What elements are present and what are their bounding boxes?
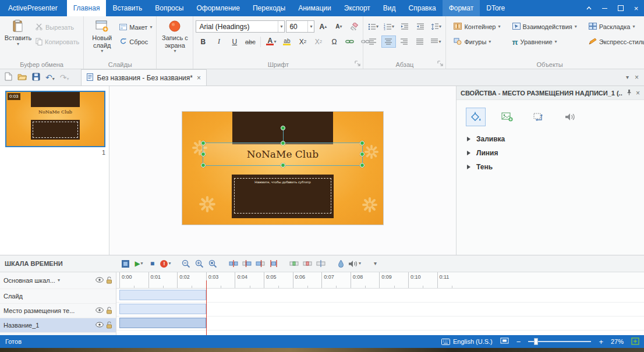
input-language-indicator[interactable]: English (U.S.): [441, 338, 493, 345]
new-document-icon[interactable]: [5, 72, 12, 83]
tab-audio[interactable]: [560, 108, 580, 126]
close-button[interactable]: ×: [628, 0, 644, 16]
zoom-slider[interactable]: [528, 337, 591, 346]
audio-fade-icon[interactable]: [335, 257, 347, 270]
increase-indent-button[interactable]: [413, 20, 427, 33]
eye-icon[interactable]: [95, 307, 104, 314]
symbol-button[interactable]: Ω: [327, 35, 341, 48]
section-line[interactable]: Линия: [457, 146, 644, 160]
crop-start-icon[interactable]: [240, 257, 253, 270]
decrease-indent-button[interactable]: [397, 20, 412, 33]
layout-button[interactable]: Макет ▾: [118, 22, 154, 33]
menu-tab[interactable]: Экспорт: [338, 0, 377, 16]
zoom-fit-icon[interactable]: [207, 257, 219, 270]
align-left-button[interactable]: [366, 35, 380, 48]
superscript-button[interactable]: X2: [295, 35, 310, 48]
hyperlink-button[interactable]: [342, 35, 357, 48]
save-icon[interactable]: [32, 73, 40, 83]
resize-handle-ne[interactable]: [360, 141, 365, 145]
lock-icon[interactable]: [106, 276, 112, 285]
equation-button[interactable]: π Уравнение ▾: [511, 37, 579, 47]
justify-button[interactable]: [413, 35, 427, 48]
font-dialog-launcher-icon[interactable]: [355, 61, 361, 67]
slide-duration-bar[interactable]: [119, 290, 206, 300]
undo-button[interactable]: ↶▾: [45, 73, 55, 82]
placeholder-duration-bar[interactable]: [119, 304, 206, 314]
tab-image[interactable]: [497, 108, 517, 126]
bullets-button[interactable]: ▾: [366, 20, 380, 33]
panel-close-icon[interactable]: ×: [635, 73, 639, 81]
zoom-slider-thumb[interactable]: [534, 338, 538, 345]
menu-tab[interactable]: DTore: [480, 0, 511, 16]
resize-handle-nw[interactable]: [201, 141, 206, 145]
stop-button[interactable]: ■: [146, 257, 158, 270]
resize-handle-sw[interactable]: [201, 163, 206, 168]
resize-handle-se[interactable]: [360, 163, 365, 168]
collapse-ribbon-icon[interactable]: [581, 0, 597, 16]
record-narration-button[interactable]: ! ▾: [160, 257, 172, 270]
track-label-placeholder[interactable]: Место размещения те...: [0, 304, 116, 318]
freeze-frame-icon[interactable]: [314, 257, 327, 270]
resize-handle-s[interactable]: [281, 163, 285, 168]
layout-objects-button[interactable]: Раскладка ▾: [587, 22, 644, 32]
track-title[interactable]: [116, 317, 644, 330]
font-family-select[interactable]: Arial (Headings) ▾: [196, 20, 285, 33]
resize-handle-n[interactable]: [281, 141, 285, 145]
title-textbox-selected[interactable]: NoNaMe Club: [203, 143, 363, 166]
menu-tab[interactable]: Формат: [443, 0, 480, 16]
open-document-icon[interactable]: [17, 73, 27, 82]
font-size-select[interactable]: 60 ▾: [286, 20, 314, 33]
highlight-color-button[interactable]: ab: [279, 35, 294, 48]
menu-tab[interactable]: Справка: [402, 0, 443, 16]
track-label-slide[interactable]: Слайд: [0, 289, 116, 304]
zoom-in-icon[interactable]: [193, 257, 206, 270]
fullscreen-fit-icon[interactable]: [631, 337, 639, 346]
align-center-button[interactable]: [381, 35, 396, 48]
document-tab[interactable]: Без названия - Без названия* ×: [81, 69, 207, 86]
tab-style-fill[interactable]: [466, 108, 486, 126]
subtitle-placeholder[interactable]: Нажмите, чтобы добавить субтитр: [234, 178, 331, 214]
slide[interactable]: Нажмите, чтобы добавить субтитр NoNaMe C…: [182, 112, 383, 225]
redo-button[interactable]: ↷▾: [60, 73, 69, 82]
lock-icon[interactable]: [106, 321, 112, 330]
zoom-out-minus[interactable]: −: [516, 337, 521, 346]
properties-close-icon[interactable]: ×: [636, 89, 640, 97]
section-fill[interactable]: Заливка: [457, 132, 644, 146]
shapes-button[interactable]: Фигуры ▾: [452, 37, 502, 47]
align-right-button[interactable]: [397, 35, 412, 48]
crop-end-icon[interactable]: [254, 257, 266, 270]
container-button[interactable]: Контейнер ▾: [452, 22, 502, 32]
volume-icon[interactable]: ▾: [348, 257, 361, 270]
document-tab-close-icon[interactable]: ×: [197, 74, 201, 82]
maximize-button[interactable]: [613, 0, 628, 16]
more-tools-icon[interactable]: ▾: [369, 257, 381, 270]
menu-tab[interactable]: Переходы: [246, 0, 292, 16]
title-duration-bar-selected[interactable]: [119, 318, 206, 328]
interactions-button[interactable]: Взаимодействия ▾: [511, 22, 579, 32]
zoom-out-icon[interactable]: [180, 257, 192, 270]
line-spacing-button[interactable]: ▾: [429, 20, 443, 33]
resize-handle-w[interactable]: [201, 152, 206, 157]
pin-icon[interactable]: [626, 89, 632, 97]
grow-font-button[interactable]: A▴: [316, 20, 330, 33]
record-screen-button[interactable]: Запись с экрана ▾: [159, 18, 190, 59]
menu-tab[interactable]: Главная: [67, 0, 107, 16]
new-slide-button[interactable]: Новый слайд ▾: [86, 18, 118, 59]
crop-range-icon[interactable]: [267, 257, 279, 270]
cut-button[interactable]: Вырезать: [34, 22, 81, 33]
minimize-button[interactable]: [597, 0, 613, 16]
panel-dropdown-icon[interactable]: ▾: [626, 74, 629, 80]
italic-button[interactable]: I: [211, 35, 226, 48]
strikethrough-button[interactable]: abc: [243, 35, 257, 48]
delete-time-icon[interactable]: [301, 257, 313, 270]
paste-button[interactable]: Вставить ▾: [2, 18, 34, 59]
underline-button[interactable]: U: [227, 35, 242, 48]
menu-tab[interactable]: Анимации: [292, 0, 338, 16]
numbering-button[interactable]: 123 ▾: [381, 20, 396, 33]
slide-thumbnail[interactable]: NoNaMe Club 0:03: [5, 91, 105, 147]
slide-canvas[interactable]: Нажмите, чтобы добавить субтитр NoNaMe C…: [109, 86, 456, 255]
text-direction-button[interactable]: ▾: [429, 35, 443, 48]
menu-tab[interactable]: Вид: [377, 0, 402, 16]
eye-icon[interactable]: [95, 322, 104, 329]
zoom-in-plus[interactable]: +: [599, 337, 603, 346]
